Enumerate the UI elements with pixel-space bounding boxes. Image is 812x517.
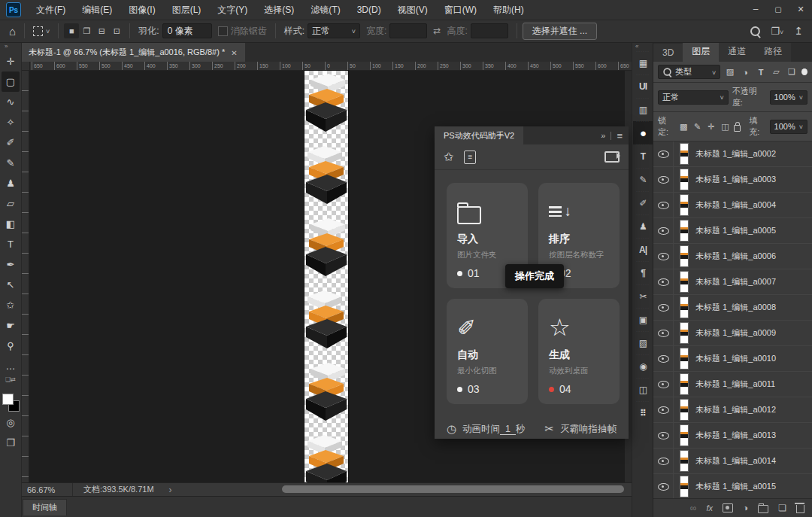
opacity-field[interactable]: 100% (770, 90, 807, 105)
layer-thumbnail[interactable] (680, 246, 688, 266)
visibility-cell[interactable] (653, 321, 674, 345)
artboard-panel-button[interactable]: ◫ (633, 378, 653, 401)
layer-row[interactable]: 未标题 1_编辑_a0002 (653, 141, 812, 167)
brush-tool-button[interactable]: ✎ (2, 153, 20, 173)
glyphs-panel-button[interactable]: ▦ (633, 51, 653, 75)
pen-tool-button[interactable]: ✒ (2, 254, 20, 275)
visibility-cell[interactable] (653, 474, 674, 498)
new-adjustment-layer-icon[interactable] (743, 503, 748, 513)
fill-field[interactable]: 100% (770, 120, 807, 134)
layer-row[interactable]: 未标题 1_编辑_a0005 (653, 218, 812, 244)
frame-skip-control[interactable]: 灭霸响指抽帧 (544, 422, 617, 436)
menu-item[interactable]: 图像(I) (120, 0, 163, 20)
lock-transparent-pixels-icon[interactable] (678, 122, 688, 132)
add-selection-mode-button[interactable] (79, 23, 94, 38)
layer-thumbnail[interactable] (680, 195, 688, 215)
plugin-card-button[interactable]: 自动 最小化切图 03 (447, 299, 528, 404)
layer-thumbnail[interactable] (680, 425, 688, 446)
visibility-cell[interactable] (653, 193, 674, 217)
edit-toolbar-button[interactable]: … (2, 356, 20, 376)
filter-adjustment-layers-icon[interactable] (740, 68, 752, 77)
menu-item[interactable]: 窗口(W) (436, 0, 485, 20)
lock-all-icon[interactable] (734, 125, 741, 132)
magic-star-icon[interactable] (444, 150, 453, 164)
horizontal-scrollbar-thumb[interactable] (282, 485, 624, 493)
width-input[interactable] (389, 23, 427, 38)
new-layer-icon[interactable] (778, 503, 786, 513)
layer-row[interactable]: 未标题 1_编辑_a0004 (653, 193, 812, 218)
menu-item[interactable]: 编辑(E) (74, 0, 120, 20)
path-selection-tool-button[interactable]: ↖ (2, 275, 20, 295)
new-selection-mode-button[interactable] (64, 23, 79, 38)
layer-row[interactable]: 未标题 1_编辑_a0009 (653, 321, 812, 346)
hand-tool-button[interactable]: ☛ (2, 315, 20, 336)
ruler-origin-corner[interactable] (21, 62, 30, 70)
height-input[interactable] (471, 23, 508, 38)
expand-tools-icon[interactable] (5, 43, 8, 50)
eraser-tool-button[interactable]: ▱ (2, 193, 20, 214)
plugin-card-button[interactable]: 生成 动效到桌面 04 (538, 299, 620, 404)
select-and-mask-button[interactable]: 选择并遮住 ... (523, 23, 597, 40)
clone-stamp-tool-button[interactable]: ♟ (2, 173, 20, 193)
close-document-icon[interactable] (231, 48, 237, 57)
menu-item[interactable]: 图层(L) (164, 0, 210, 20)
panel-menu-icon[interactable] (617, 130, 623, 141)
zoom-tool-button[interactable]: ⚲ (2, 336, 20, 356)
notes-panel-button[interactable]: ▣ (633, 308, 653, 331)
layer-row[interactable]: 未标题 1_编辑_a0014 (653, 449, 812, 474)
layer-row[interactable]: 未标题 1_编辑_a0013 (653, 423, 812, 449)
panel-tab[interactable]: 图层 (683, 41, 719, 62)
new-group-icon[interactable] (758, 505, 768, 513)
visibility-cell[interactable] (653, 167, 674, 192)
filter-type-layers-icon[interactable] (755, 68, 767, 77)
link-layers-icon[interactable] (690, 503, 697, 513)
paragraph-panel-button[interactable]: ¶ (633, 261, 653, 284)
maximize-button-icon[interactable] (767, 0, 789, 20)
visibility-cell[interactable] (653, 423, 674, 448)
antialias-checkbox[interactable] (218, 26, 228, 36)
panel-tab[interactable]: 路径 (755, 41, 791, 62)
tool-preset-dropdown[interactable] (30, 26, 53, 36)
animation-duration-control[interactable]: 动画时间1秒 (447, 422, 526, 436)
zoom-level-field[interactable]: 66.67% (21, 483, 73, 496)
menu-item[interactable]: 滤镜(T) (302, 0, 348, 20)
layer-thumbnail[interactable] (680, 169, 688, 190)
sphere-plugin-panel-button[interactable]: ● (633, 121, 653, 144)
rectangular-marquee-tool-button[interactable]: ▢ (2, 71, 20, 92)
visibility-cell[interactable] (653, 372, 674, 397)
magic-wand-tool-button[interactable]: ✧ (2, 112, 20, 132)
type-style-panel-button[interactable]: T (633, 144, 653, 168)
duration-value-field[interactable]: 1 (500, 424, 516, 435)
layer-thumbnail[interactable] (680, 323, 688, 343)
delete-layer-icon[interactable] (796, 505, 804, 513)
layer-row[interactable]: 未标题 1_编辑_a0015 (653, 474, 812, 498)
layer-row[interactable]: 未标题 1_编辑_a0010 (653, 346, 812, 372)
layer-thumbnail[interactable] (680, 374, 688, 394)
visibility-cell[interactable] (653, 346, 674, 371)
panel-tab[interactable]: 3D (653, 44, 683, 62)
minimize-button-icon[interactable] (744, 0, 767, 20)
lock-artboard-icon[interactable] (720, 122, 730, 132)
layer-thumbnail[interactable] (680, 400, 688, 420)
swap-dimensions-icon[interactable] (433, 26, 441, 36)
move-tool-button[interactable]: ✛ (2, 51, 20, 71)
layer-thumbnail[interactable] (680, 476, 688, 497)
menu-item[interactable]: 视图(V) (389, 0, 436, 20)
log-document-icon[interactable] (464, 151, 476, 164)
lock-position-icon[interactable] (706, 122, 716, 132)
layer-row[interactable]: 未标题 1_编辑_a0003 (653, 167, 812, 193)
filter-pixel-layers-icon[interactable] (724, 67, 736, 77)
camera-icon[interactable] (604, 151, 620, 163)
visibility-cell[interactable] (653, 269, 674, 294)
histogram-panel-button[interactable]: ▥ (633, 98, 653, 121)
style-select[interactable]: 正常 (308, 23, 360, 38)
status-options-chevron-icon[interactable] (165, 485, 177, 495)
subtract-selection-mode-button[interactable] (94, 23, 109, 38)
tool-presets-panel-button[interactable]: ✂ (633, 284, 653, 308)
filter-smart-objects-icon[interactable] (786, 67, 798, 77)
character-panel-button[interactable]: A| (633, 238, 653, 261)
layer-row[interactable]: 未标题 1_编辑_a0007 (653, 269, 812, 295)
visibility-cell[interactable] (653, 397, 674, 422)
export-panel-button[interactable]: ⠿ (633, 401, 653, 424)
ui-panel-button[interactable]: UI (633, 75, 653, 98)
